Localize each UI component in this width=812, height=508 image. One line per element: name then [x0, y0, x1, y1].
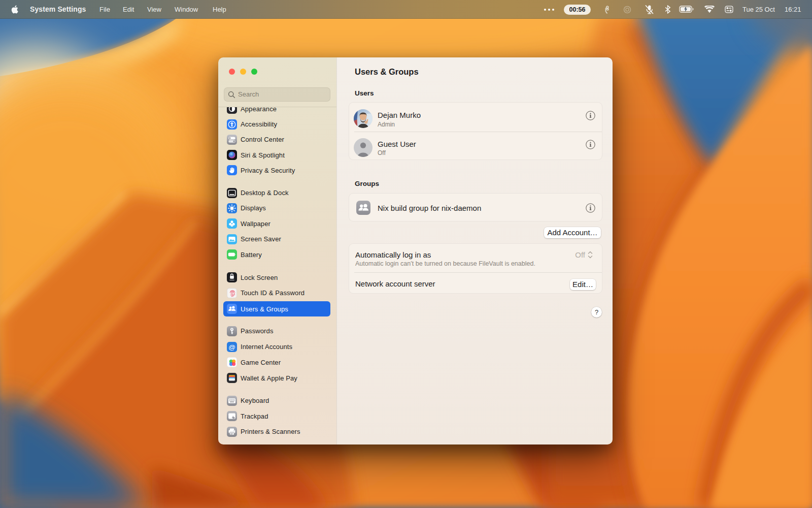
svg-text:@: @: [228, 343, 235, 351]
